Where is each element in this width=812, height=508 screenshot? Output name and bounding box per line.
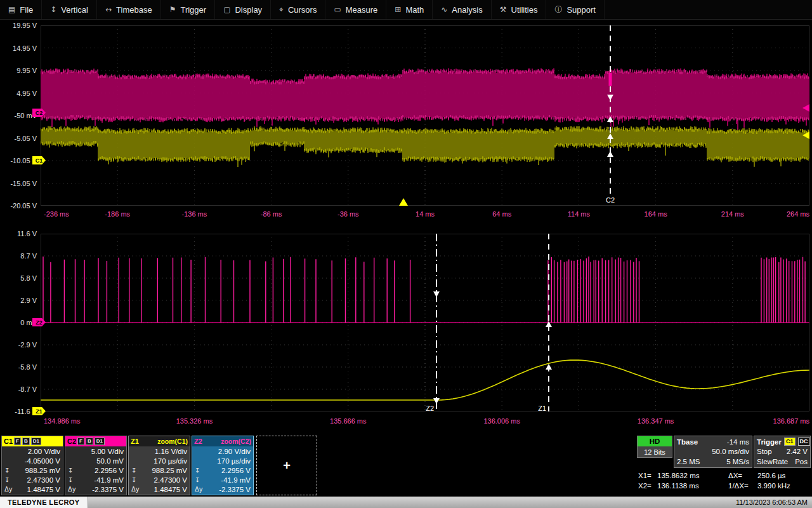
descriptor-header[interactable]: C1FBD1 [2, 436, 63, 446]
descriptor-c2[interactable]: C2FBD15.00 V/div50.0 mV↧2.2956 V↧-41.9 m… [65, 436, 127, 495]
x1-value: 135.8632 ms [657, 472, 728, 479]
tbase-label: Tbase [677, 438, 698, 446]
descriptor-row: 1.16 V/div [129, 446, 190, 456]
menu-item-timebase[interactable]: ↔Timebase [97, 0, 161, 19]
descriptor-row: 5.00 V/div [65, 446, 126, 456]
menu-item-label: Utilities [511, 5, 538, 15]
menu-item-analysis[interactable]: ∿Analysis [433, 0, 491, 19]
plus-icon: + [283, 458, 291, 473]
trace-label: C1 [4, 438, 13, 445]
descriptor-row: ↧988.25 mV [129, 465, 190, 475]
menu-item-support[interactable]: ⓘSupport [546, 0, 605, 19]
upper-x-label: 64 ms [492, 210, 511, 218]
row-value: 5.00 V/div [91, 448, 124, 455]
timebase-box[interactable]: Tbase -14 ms 50.0 ms/div 2.5 MS 5 MS/s [674, 436, 752, 468]
lower-y-label: 5.8 V [0, 274, 37, 282]
descriptor-row: 2.90 V/div [192, 446, 253, 456]
fx-label: 1/ΔX= [728, 482, 757, 490]
descriptor-row: ↧2.47300 V [2, 475, 63, 485]
tbase-scale: 50.0 ms/div [712, 448, 749, 455]
lower-grid[interactable]: Z2Z1 [41, 234, 809, 411]
menu-item-display[interactable]: ▢Display [215, 0, 271, 19]
lower-y-label: -5.8 V [0, 363, 37, 371]
lower-x-label: 136.006 ms [483, 417, 520, 425]
descriptor-row: Δy1.48475 V [2, 485, 63, 494]
upper-x-label: 264 ms [787, 210, 809, 218]
descriptor-row: 2.00 V/div [2, 446, 63, 456]
trigger-coupling-badge: DC [798, 438, 810, 446]
descriptor-row: -4.05000 V [2, 456, 63, 465]
descriptor-header[interactable]: Z1zoom(C1) [129, 436, 190, 446]
upper-x-label: -136 ms [182, 210, 207, 218]
hd-bits: 12 Bits [638, 446, 672, 457]
menu-item-label: File [20, 5, 33, 15]
utilities-icon: ⚒ [500, 5, 507, 14]
cursor-label: C2 [606, 196, 615, 204]
vertical-icon: ↕ [50, 5, 56, 14]
upper-y-label: 14.95 V [0, 44, 37, 52]
row-glyph: ↧ [131, 476, 136, 483]
cursor-label: Z1 [538, 404, 546, 411]
zoom-source-label: zoom(C1) [157, 438, 188, 445]
menu-item-math[interactable]: ⊞Math [386, 0, 433, 19]
row-glyph: ↧ [131, 467, 136, 474]
upper-y-label: -50 mV [0, 112, 37, 119]
upper-y-label: 9.95 V [0, 67, 37, 74]
descriptor-row: Δy-2.3375 V [65, 485, 126, 494]
cursor-readout: X1= 135.8632 ms ΔX= 250.6 µs X2= 136.113… [638, 471, 811, 491]
upper-x-label: 164 ms [645, 210, 667, 218]
descriptor-z1[interactable]: Z1zoom(C1)1.16 V/div170 µs/div↧988.25 mV… [128, 436, 190, 495]
lower-y-label: 0 mV [0, 319, 37, 326]
upper-grid[interactable]: C2 [41, 25, 809, 206]
dx-label: ΔX= [728, 472, 757, 479]
add-trace-button[interactable]: + [256, 436, 317, 495]
descriptor-header[interactable]: C2FBD1 [65, 436, 126, 446]
menu-item-utilities[interactable]: ⚒Utilities [492, 0, 547, 19]
descriptor-c1[interactable]: C1FBD12.00 V/div-4.05000 V↧988.25 mV↧2.4… [1, 436, 63, 495]
trigger-kind: SlewRate [757, 458, 788, 465]
badge-f: F [77, 438, 84, 445]
row-glyph: Δy [4, 486, 13, 493]
trigger-source-badge: C1 [784, 438, 796, 446]
trace-label: Z1 [131, 438, 139, 445]
descriptor-row: ↧2.47300 V [129, 475, 190, 485]
row-glyph: Δy [131, 486, 140, 493]
badge-f: F [14, 438, 21, 445]
file-icon: ▤ [8, 5, 15, 14]
row-value: -41.9 mV [94, 476, 124, 484]
upper-x-label: -186 ms [105, 210, 130, 218]
row-glyph: ↧ [4, 476, 10, 483]
menu-item-cursors[interactable]: ⌖Cursors [271, 0, 325, 19]
lower-y-label: -11.6 V [0, 408, 37, 415]
row-value: 988.25 mV [25, 467, 60, 474]
menu-item-label: Vertical [61, 5, 88, 15]
menu-item-file[interactable]: ▤File [0, 0, 42, 19]
menu-item-vertical[interactable]: ↕Vertical [42, 0, 97, 19]
row-value: 50.0 mV [96, 457, 124, 465]
descriptor-row: Δy-2.3375 V [192, 485, 253, 494]
badge-b: B [86, 438, 93, 445]
descriptor-row: ↧2.2956 V [65, 465, 126, 475]
lower-y-label: 2.9 V [0, 297, 37, 304]
lower-y-label: -8.7 V [0, 385, 37, 393]
row-value: 2.00 V/div [28, 448, 60, 455]
row-glyph: ↧ [68, 467, 73, 474]
lower-x-label: 136.347 ms [638, 417, 674, 425]
descriptor-row: Δy1.48475 V [129, 485, 190, 494]
fx-value: 3.990 kHz [757, 482, 811, 490]
trigger-position-marker[interactable] [399, 198, 408, 206]
trigger-box[interactable]: Trigger C1 DC Stop 2.42 V SlewRate Pos [754, 436, 811, 468]
upper-x-label: -36 ms [337, 210, 359, 218]
zoom-source-label: zoom(C2) [221, 438, 251, 445]
hd-indicator[interactable]: HD 12 Bits [637, 436, 672, 458]
menu-item-measure[interactable]: ▭Measure [325, 0, 386, 19]
datetime: 11/13/2023 6:06:53 AM [731, 498, 812, 506]
trace-c1 [41, 126, 809, 168]
descriptor-z2[interactable]: Z2zoom(C2)2.90 V/div170 µs/div↧2.2956 V↧… [192, 436, 254, 495]
descriptor-header[interactable]: Z2zoom(C2) [192, 436, 253, 446]
oscilloscope-screen: ▤File↕Vertical↔Timebase⚑Trigger▢Display⌖… [0, 0, 812, 508]
row-glyph: ↧ [4, 467, 10, 474]
upper-y-label: -15.05 V [0, 180, 37, 187]
row-value: -41.9 mV [221, 476, 251, 484]
menu-item-trigger[interactable]: ⚑Trigger [161, 0, 215, 19]
